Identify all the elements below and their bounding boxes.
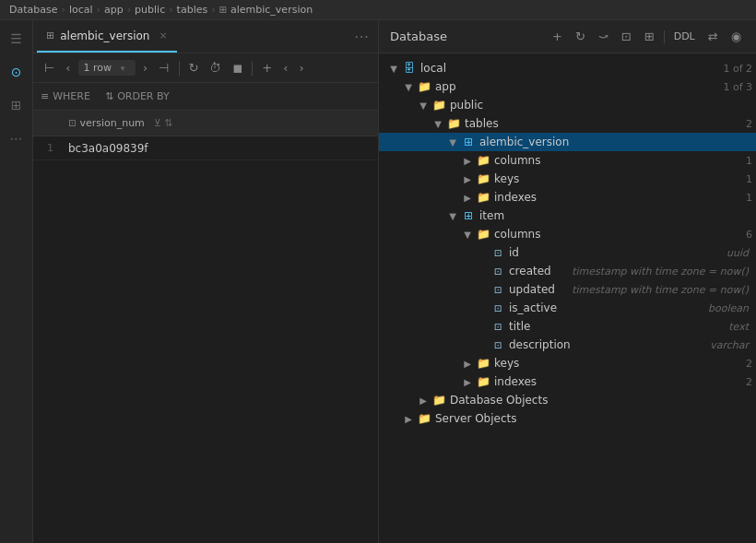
tree-item-col-updated[interactable]: ⊡ updated timestamp with time zone = now… xyxy=(379,280,756,299)
breadcrumb-local[interactable]: local xyxy=(69,4,93,16)
where-filter[interactable]: ≡ WHERE xyxy=(41,90,90,102)
collapse-button[interactable]: ⊡ xyxy=(618,28,635,45)
prev-page-button[interactable]: ‹ xyxy=(279,59,291,77)
sidebar-icon-menu[interactable]: ☰ xyxy=(6,28,28,50)
col-icon-description: ⊡ xyxy=(490,340,506,350)
tree-item-item-indexes[interactable]: 📁 indexes 2 xyxy=(379,372,756,391)
tab-menu-button[interactable]: ⋯ xyxy=(348,28,374,45)
label-col-created: created xyxy=(506,265,572,277)
transfer-button[interactable]: ⇄ xyxy=(704,28,722,45)
next-page-button[interactable]: › xyxy=(295,59,307,77)
tree-item-item-keys[interactable]: 📁 keys 2 xyxy=(379,354,756,372)
table-view-button[interactable]: ⊞ xyxy=(641,28,658,45)
chevron-item-columns xyxy=(460,230,475,240)
chevron-public xyxy=(416,100,431,111)
tree-item-db-objects[interactable]: 📁 Database Objects xyxy=(379,391,756,409)
label-item-columns: columns xyxy=(491,228,742,241)
chevron-item xyxy=(445,211,460,221)
row-count-label: 1 row xyxy=(84,62,112,74)
breadcrumb-table-name[interactable]: alembic_version xyxy=(230,4,313,16)
sort-col-button[interactable]: ⇅ xyxy=(164,117,172,129)
table-icon-alembic: ⊞ xyxy=(460,136,477,148)
col-icon-is-active: ⊡ xyxy=(490,303,506,313)
tree-item-av-keys[interactable]: 📁 keys 1 xyxy=(379,170,756,188)
col-name-label: version_num xyxy=(79,117,144,129)
tree-item-col-description[interactable]: ⊡ description varchar xyxy=(379,336,756,354)
tab-close-button[interactable]: × xyxy=(159,30,167,41)
folder-icon-av-keys: 📁 xyxy=(475,172,491,185)
next-row-button[interactable]: › xyxy=(139,59,151,77)
label-alembic-version: alembic_version xyxy=(477,136,756,148)
folder-icon-item-indexes: 📁 xyxy=(475,375,491,388)
prev-row-button[interactable]: ‹ xyxy=(62,59,74,77)
tree-item-av-indexes[interactable]: 📁 indexes 1 xyxy=(379,188,756,207)
first-row-button[interactable]: ⊢ xyxy=(41,59,58,77)
sidebar-icon-grid[interactable]: ⊞ xyxy=(6,94,28,116)
folder-icon-item-keys: 📁 xyxy=(475,357,491,370)
timer-button[interactable]: ⏱ xyxy=(206,59,225,77)
badge-local: 1 of 2 xyxy=(719,63,756,75)
folder-icon-app: 📁 xyxy=(416,80,432,93)
refresh-db-button[interactable]: ↻ xyxy=(572,28,589,45)
label-av-indexes: indexes xyxy=(491,191,742,204)
stop-button[interactable]: ◼ xyxy=(229,59,246,77)
right-header: Database + ↻ ⤻ ⊡ ⊞ DDL ⇄ ◉ xyxy=(379,20,756,53)
row-number: 1 xyxy=(33,142,61,154)
column-header: ⊡ version_num ⊻ ⇅ xyxy=(33,111,378,136)
breadcrumb-public[interactable]: public xyxy=(135,4,165,16)
breadcrumb-app[interactable]: app xyxy=(104,4,124,16)
tree-item-col-created[interactable]: ⊡ created timestamp with time zone = now… xyxy=(379,262,756,280)
breadcrumb-tables[interactable]: tables xyxy=(177,4,208,16)
chevron-tables xyxy=(431,119,445,129)
tab-table-icon: ⊞ xyxy=(46,30,54,41)
tree-item-av-columns[interactable]: 📁 columns 1 xyxy=(379,151,756,170)
sidebar-icon-dots[interactable]: ⋯ xyxy=(6,127,28,149)
tree-item-local[interactable]: 🗄 local 1 of 2 xyxy=(379,59,756,77)
filter-bar: ≡ WHERE ⇅ ORDER BY xyxy=(33,83,378,111)
label-server-objects: Server Objects xyxy=(432,412,756,425)
left-panel: ⊞ alembic_version × ⋯ ⊢ ‹ 1 row ▾ › ⊣ ↻ … xyxy=(33,20,379,543)
tab-alembic-version[interactable]: ⊞ alembic_version × xyxy=(37,20,177,53)
chevron-server-objects xyxy=(401,414,416,424)
row-count-display[interactable]: 1 row ▾ xyxy=(78,60,136,76)
tree-item-item[interactable]: ⊞ item xyxy=(379,207,756,225)
table-row[interactable]: 1 bc3a0a09839f xyxy=(33,136,378,160)
tree-item-app[interactable]: 📁 app 1 of 3 xyxy=(379,77,756,96)
badge-item-columns: 6 xyxy=(742,229,756,241)
folder-icon-item-columns: 📁 xyxy=(475,228,491,241)
last-row-button[interactable]: ⊣ xyxy=(155,59,172,77)
tree-item-col-id[interactable]: ⊡ id uuid xyxy=(379,243,756,262)
sidebar-icon-connection[interactable]: ⊙ xyxy=(6,61,28,83)
filter-db-button[interactable]: ⤻ xyxy=(595,28,612,45)
ddl-button[interactable]: DDL xyxy=(670,29,699,44)
refresh-button[interactable]: ↻ xyxy=(185,59,203,77)
right-panel: Database + ↻ ⤻ ⊡ ⊞ DDL ⇄ ◉ 🗄 local 1 of xyxy=(379,20,756,543)
breadcrumb-database[interactable]: Database xyxy=(9,4,58,16)
label-av-columns: columns xyxy=(491,154,742,167)
filter-col-button[interactable]: ⊻ xyxy=(154,117,161,129)
label-public: public xyxy=(447,99,756,112)
folder-icon-public: 📁 xyxy=(431,99,447,112)
add-row-button[interactable]: + xyxy=(258,59,276,77)
folder-icon-tables: 📁 xyxy=(445,117,462,130)
folder-icon-av-indexes: 📁 xyxy=(475,191,491,204)
tree-item-server-objects[interactable]: 📁 Server Objects xyxy=(379,409,756,428)
tree-item-alembic-version[interactable]: ⊞ alembic_version xyxy=(379,133,756,151)
order-filter[interactable]: ⇅ ORDER BY xyxy=(105,90,170,102)
badge-av-keys: 1 xyxy=(742,173,756,185)
add-button[interactable]: + xyxy=(549,28,566,45)
col-icon-created: ⊡ xyxy=(490,266,506,277)
label-col-id: id xyxy=(506,246,726,259)
tree-item-col-is-active[interactable]: ⊡ is_active boolean xyxy=(379,299,756,317)
database-tree: 🗄 local 1 of 2 📁 app 1 of 3 📁 public xyxy=(379,53,756,543)
table-icon: ⊞ xyxy=(219,5,227,15)
label-item-indexes: indexes xyxy=(491,375,742,388)
label-local: local xyxy=(418,62,719,75)
eye-button[interactable]: ◉ xyxy=(727,28,745,45)
tree-item-col-title[interactable]: ⊡ title text xyxy=(379,317,756,336)
chevron-item-keys xyxy=(460,359,475,369)
badge-item-keys: 2 xyxy=(742,358,756,370)
tree-item-public[interactable]: 📁 public xyxy=(379,96,756,114)
tree-item-item-columns[interactable]: 📁 columns 6 xyxy=(379,225,756,243)
tree-item-tables[interactable]: 📁 tables 2 xyxy=(379,114,756,133)
